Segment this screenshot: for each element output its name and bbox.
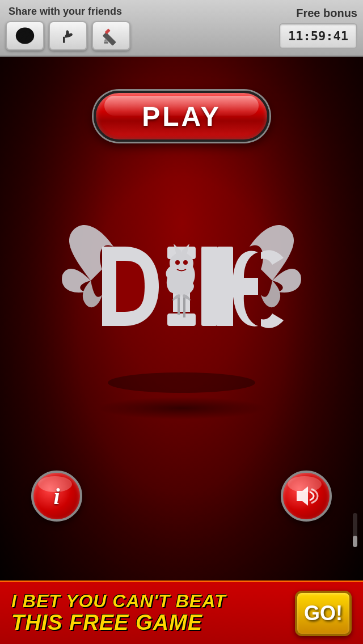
free-bonus-section: Free bonus 11:59:41 <box>279 7 357 49</box>
like-button[interactable] <box>49 21 87 50</box>
twitter-icon <box>15 26 35 46</box>
free-bonus-label: Free bonus <box>296 7 357 20</box>
logo-container <box>51 181 312 408</box>
banner-line2: THIS FREE GAME <box>11 611 226 635</box>
bottom-banner: I BET YOU CAN'T BEAT THIS FREE GAME GO! <box>0 581 363 644</box>
go-button[interactable]: GO! <box>295 591 352 636</box>
svg-marker-21 <box>297 486 308 506</box>
svg-rect-19 <box>217 247 233 326</box>
logo-shadow <box>96 397 267 420</box>
share-section: Share with your friends <box>6 6 130 50</box>
banner-line1: I BET YOU CAN'T BEAT <box>11 591 226 611</box>
play-button[interactable]: PLAY <box>94 91 269 142</box>
svg-rect-10 <box>167 313 196 326</box>
svg-point-13 <box>175 260 180 265</box>
top-bar: Share with your friends <box>0 0 363 57</box>
info-icon: i <box>53 483 60 510</box>
go-label: GO! <box>304 601 343 625</box>
dinc-logo <box>57 190 306 400</box>
share-label: Share with your friends <box>9 6 122 18</box>
timer-display: 11:59:41 <box>279 23 357 49</box>
play-label: PLAY <box>142 101 221 132</box>
svg-rect-4 <box>103 32 116 45</box>
sound-icon <box>292 482 320 510</box>
svg-point-3 <box>19 31 31 41</box>
info-button[interactable]: i <box>31 471 82 522</box>
svg-point-14 <box>183 260 188 265</box>
share-buttons <box>6 21 130 50</box>
svg-point-20 <box>108 372 255 393</box>
sound-button[interactable] <box>281 471 332 522</box>
main-area: PLAY <box>0 57 363 612</box>
like-icon <box>58 26 78 46</box>
scroll-indicator <box>353 513 357 547</box>
edit-button[interactable] <box>92 21 130 50</box>
twitter-button[interactable] <box>6 21 44 50</box>
edit-icon <box>101 26 121 46</box>
banner-text: I BET YOU CAN'T BEAT THIS FREE GAME <box>11 591 226 635</box>
scroll-thumb <box>353 536 357 547</box>
